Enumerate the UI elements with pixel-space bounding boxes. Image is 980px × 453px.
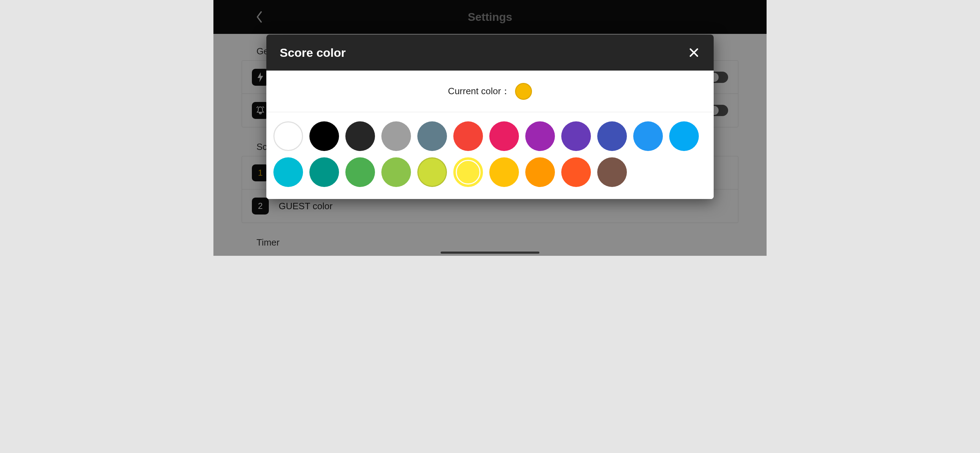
color-swatch[interactable]: [381, 121, 411, 151]
color-swatch[interactable]: [597, 121, 627, 151]
color-swatch[interactable]: [381, 157, 411, 187]
color-swatch[interactable]: [525, 121, 555, 151]
color-swatch[interactable]: [309, 157, 339, 187]
color-swatch[interactable]: [309, 121, 339, 151]
color-swatch[interactable]: [345, 157, 375, 187]
color-swatch[interactable]: [669, 121, 699, 151]
color-swatch[interactable]: [345, 121, 375, 151]
color-swatch[interactable]: [274, 121, 303, 151]
close-icon: [689, 48, 699, 57]
current-color-swatch: [515, 83, 532, 100]
current-color-label: Current color：: [448, 85, 510, 97]
color-swatch[interactable]: [453, 121, 483, 151]
color-swatch-grid: [266, 112, 714, 199]
color-swatch[interactable]: [561, 157, 591, 187]
color-swatch[interactable]: [633, 121, 663, 151]
color-swatch[interactable]: [489, 121, 519, 151]
color-swatch[interactable]: [274, 157, 303, 187]
home-indicator: [441, 251, 539, 254]
score-color-modal: Score color Current color：: [266, 35, 714, 199]
modal-header: Score color: [266, 35, 714, 71]
color-swatch[interactable]: [417, 121, 447, 151]
close-button[interactable]: [683, 35, 705, 71]
modal-title: Score color: [280, 46, 346, 60]
modal-body: Current color：: [266, 71, 714, 199]
color-swatch[interactable]: [489, 157, 519, 187]
color-swatch[interactable]: [453, 157, 483, 187]
color-swatch[interactable]: [597, 157, 627, 187]
current-color-row: Current color：: [266, 71, 714, 112]
color-swatch[interactable]: [417, 157, 447, 187]
color-swatch[interactable]: [525, 157, 555, 187]
color-swatch[interactable]: [561, 121, 591, 151]
